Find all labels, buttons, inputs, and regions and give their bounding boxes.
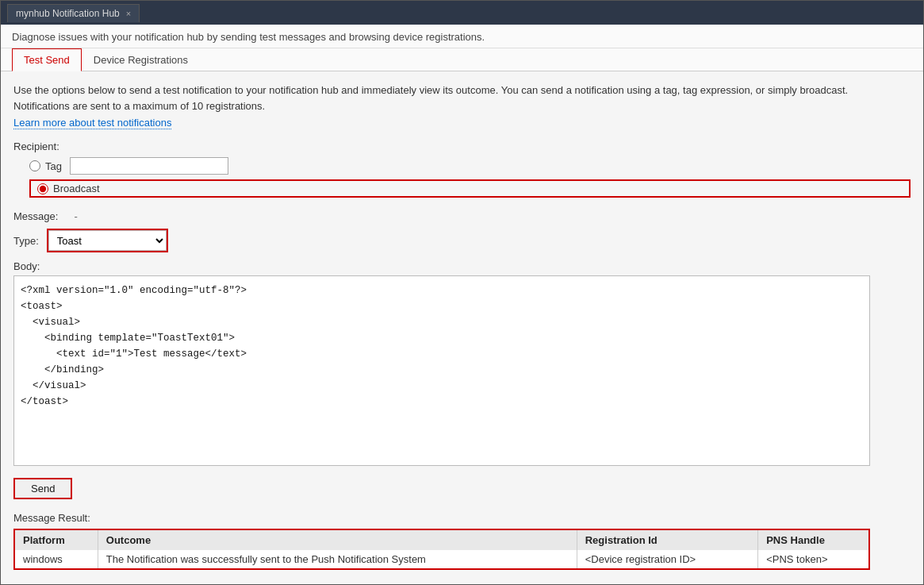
message-header: Message: - [13, 210, 911, 222]
result-table-header-row: Platform Outcome Registration Id PNS Han… [15, 530, 868, 550]
message-dash: - [74, 210, 77, 222]
page-header: Diagnose issues with your notification h… [1, 25, 923, 48]
learn-more-link[interactable]: Learn more about test notifications [13, 117, 171, 129]
cell-platform: windows [15, 550, 98, 568]
tag-input[interactable] [70, 157, 228, 175]
result-label: Message Result: [13, 512, 911, 524]
tag-radio-label: Tag [45, 160, 62, 172]
result-table-row: windows The Notification was successfull… [15, 550, 868, 568]
result-section: Message Result: Platform Outcome Registr… [13, 512, 911, 570]
tab-device-registrations[interactable]: Device Registrations [82, 48, 200, 71]
tag-radio[interactable] [29, 160, 40, 171]
app-window: mynhub Notification Hub × Diagnose issue… [0, 0, 924, 585]
cell-pns-handle: <PNS token> [758, 550, 868, 568]
recipient-options: Tag Broadcast [13, 157, 911, 198]
body-label: Body: [13, 260, 911, 272]
result-table: Platform Outcome Registration Id PNS Han… [15, 530, 868, 568]
window-tab-label: mynhub Notification Hub [16, 8, 120, 19]
type-label: Type: [13, 235, 39, 247]
col-pns-handle: PNS Handle [758, 530, 868, 550]
tab-test-send[interactable]: Test Send [12, 48, 82, 71]
window-tab[interactable]: mynhub Notification Hub × [7, 4, 140, 22]
info-text: Use the options below to send a test not… [13, 83, 886, 114]
tag-radio-row: Tag [29, 157, 911, 175]
cell-registration-id: <Device registration ID> [577, 550, 757, 568]
recipient-label: Recipient: [13, 140, 911, 152]
title-bar: mynhub Notification Hub × [1, 1, 923, 25]
broadcast-box: Broadcast [29, 179, 911, 198]
main-content: Use the options below to send a test not… [1, 71, 923, 584]
broadcast-radio-label: Broadcast [53, 183, 100, 194]
send-button-wrapper: Send [13, 478, 911, 499]
tabs-bar: Test Send Device Registrations [1, 48, 923, 71]
message-label: Message: [13, 210, 58, 222]
result-table-wrapper: Platform Outcome Registration Id PNS Han… [13, 529, 870, 570]
col-platform: Platform [15, 530, 98, 550]
type-select[interactable]: Toast Silent Notification Raw [48, 230, 167, 251]
send-button[interactable]: Send [13, 478, 72, 499]
broadcast-radio-row: Broadcast [37, 183, 100, 194]
close-icon[interactable]: × [126, 9, 131, 18]
type-row: Type: Toast Silent Notification Raw [13, 229, 911, 252]
message-section: Message: - Type: Toast Silent Notificati… [13, 210, 911, 468]
col-registration-id: Registration Id [577, 530, 757, 550]
broadcast-radio[interactable] [37, 183, 48, 194]
cell-outcome: The Notification was successfully sent t… [98, 550, 577, 568]
page-description: Diagnose issues with your notification h… [12, 31, 912, 48]
col-outcome: Outcome [98, 530, 577, 550]
type-select-wrapper: Toast Silent Notification Raw [47, 229, 168, 252]
body-textarea[interactable]: <?xml version="1.0" encoding="utf-8"?> <… [13, 275, 870, 466]
